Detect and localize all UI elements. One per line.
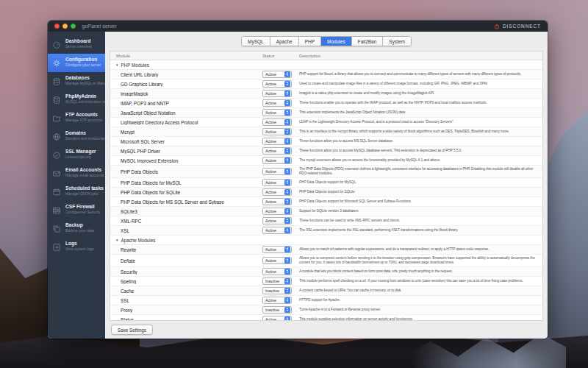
status-select[interactable]: Active▲▼ xyxy=(262,208,292,215)
zoom-window-button[interactable] xyxy=(71,24,76,29)
module-description: Allows you to match url patterns with re… xyxy=(296,247,542,252)
minimize-window-button[interactable] xyxy=(62,24,68,29)
calendar-icon xyxy=(52,185,62,201)
status-select[interactable]: Active▲▼ xyxy=(262,147,292,155)
tab-php[interactable]: PHP xyxy=(299,37,321,46)
sidebar-item-label: Logs xyxy=(65,241,94,247)
group-row-apache-modules[interactable]: ▼Apache Modules xyxy=(110,236,542,245)
module-name: Security xyxy=(110,269,262,275)
table-row: SQLite3Active▲▼Support for SQLite versio… xyxy=(110,207,542,216)
status-select[interactable]: Active▲▼ xyxy=(262,109,292,116)
status-select[interactable]: Active▲▼ xyxy=(262,138,292,145)
sidebar-item-databases[interactable]: DatabasesManage MySQL or MariaDB xyxy=(48,72,105,91)
sidebar-item-csf-firewall[interactable]: CSF FirewallConfigserver Security xyxy=(48,201,105,219)
group-row-php-modules[interactable]: ▼PHP Modules xyxy=(110,60,542,70)
module-description: These functions enable you to operate wi… xyxy=(296,100,542,106)
sidebar-item-label: SSL Manager xyxy=(65,149,96,155)
app-window: goPanel server DISCONNECT DashboardServe… xyxy=(48,21,548,339)
sidebar-item-ftp-accounts[interactable]: FTP AccountsManage FTP accounts xyxy=(48,109,105,127)
module-name: Rewrite xyxy=(110,247,262,252)
module-name: SQLite3 xyxy=(110,209,262,214)
status-select[interactable]: Active▲▼ xyxy=(262,198,292,205)
status-select[interactable]: Active▲▼ xyxy=(262,257,292,264)
tab-fail2ban[interactable]: Fail2Ban xyxy=(352,37,384,46)
table-row: Client URL LibraryActive▲▼PHP support fo… xyxy=(110,70,542,79)
table-row: SecurityActive▲▼A module that lets you b… xyxy=(110,267,542,277)
status-select[interactable]: Active▲▼ xyxy=(262,168,292,175)
disclosure-triangle-icon: ▼ xyxy=(115,238,118,242)
status-select[interactable]: Active▲▼ xyxy=(262,90,292,97)
sidebar-item-text: DashboardServer overview xyxy=(65,38,92,54)
table-row: DeflateActive▲▼Allows you to compress co… xyxy=(110,255,542,267)
group-label: Apache Modules xyxy=(121,238,155,243)
status-select[interactable]: Active▲▼ xyxy=(262,118,292,126)
status-select[interactable]: Active▲▼ xyxy=(262,80,292,88)
close-window-button[interactable] xyxy=(54,24,60,29)
table-row: JavaScript Object NotationActive▲▼This e… xyxy=(110,108,542,118)
status-value: Active xyxy=(265,298,276,302)
sidebar-item-backup[interactable]: BackupBackup your data xyxy=(48,219,105,238)
sidebar-item-dashboard[interactable]: DashboardServer overview xyxy=(48,35,105,54)
table-row: SpelingInactive▲▼This module performs sp… xyxy=(110,277,542,286)
module-description: These functions allow you to access MS S… xyxy=(296,138,542,144)
save-settings-button[interactable]: Save Settings xyxy=(111,325,153,335)
status-value: Active xyxy=(265,258,276,263)
status-select[interactable]: Inactive▲▼ xyxy=(262,287,292,294)
module-description: A content cache keyed to URIs. You can c… xyxy=(296,288,542,294)
status-value: Active xyxy=(265,190,276,194)
sidebar-item-label: Scheduled tasks xyxy=(65,185,102,191)
database-icon xyxy=(52,93,62,109)
status-select[interactable]: Active▲▼ xyxy=(262,179,292,186)
sidebar-item-label: Email Accounts xyxy=(65,167,102,173)
tab-modules[interactable]: Modules xyxy=(321,37,352,46)
status-select[interactable]: Active▲▼ xyxy=(262,297,292,304)
sidebar-item-logs[interactable]: LogsView system logs xyxy=(48,238,105,256)
table-row: PHP Data Objects for MySQLActive▲▼PHP Da… xyxy=(110,178,542,188)
status-select[interactable]: Active▲▼ xyxy=(262,217,292,224)
status-value: Active xyxy=(265,139,276,144)
folder-icon xyxy=(52,112,62,127)
globe-icon xyxy=(52,130,62,146)
sidebar-item-sublabel: Manage email accounts xyxy=(65,173,102,178)
disconnect-button[interactable]: DISCONNECT xyxy=(494,24,541,29)
select-stepper-icon: ▲▼ xyxy=(284,71,291,77)
backup-icon xyxy=(52,222,62,238)
tab-mysql[interactable]: MySQL xyxy=(242,37,270,46)
group-label: PHP Modules xyxy=(121,63,148,68)
select-stepper-icon: ▲▼ xyxy=(284,307,291,313)
module-name: XML-RPC xyxy=(110,219,262,224)
status-select[interactable]: Active▲▼ xyxy=(262,316,292,321)
select-stepper-icon: ▲▼ xyxy=(284,119,291,125)
status-select[interactable]: Active▲▼ xyxy=(262,99,292,107)
status-select[interactable]: Inactive▲▼ xyxy=(262,306,292,314)
module-description: The PHP Data Objects (PDO) extension def… xyxy=(296,166,542,177)
status-cell: Active▲▼ xyxy=(262,316,296,321)
status-select[interactable]: Active▲▼ xyxy=(262,128,292,135)
status-select[interactable]: Active▲▼ xyxy=(262,268,292,275)
status-value: Active xyxy=(265,91,276,96)
sidebar-item-text: PhpMyAdminMySQL administration tool xyxy=(65,93,102,109)
status-select[interactable]: Active▲▼ xyxy=(262,157,292,164)
tab-system[interactable]: System xyxy=(383,37,411,46)
sidebar-item-phpmyadmin[interactable]: PhpMyAdminMySQL administration tool xyxy=(48,91,105,109)
status-select[interactable]: Inactive▲▼ xyxy=(262,277,292,285)
module-description: LDAP is the Lightweight Directory Access… xyxy=(296,119,542,125)
module-name: PHP Data Objects for SQLite xyxy=(110,190,262,195)
sidebar-item-domains[interactable]: DomainsDomains and subdomains xyxy=(48,127,105,146)
table-row: ProxyInactive▲▼Turns Apache in to a Forw… xyxy=(110,305,542,315)
status-select[interactable]: Active▲▼ xyxy=(262,71,292,78)
sidebar-item-text: DatabasesManage MySQL or MariaDB xyxy=(65,75,102,91)
status-select[interactable]: Active▲▼ xyxy=(262,246,292,253)
module-name: Mcrypt xyxy=(110,130,262,135)
select-stepper-icon: ▲▼ xyxy=(284,158,291,163)
status-cell: Inactive▲▼ xyxy=(262,306,296,314)
sidebar-item-ssl-manager[interactable]: SSL ManagerLetsencrypt.org xyxy=(48,146,105,164)
status-select[interactable]: Active▲▼ xyxy=(262,188,292,196)
sidebar-item-email-accounts[interactable]: Email AccountsManage email accounts xyxy=(48,164,105,183)
status-select[interactable]: Active▲▼ xyxy=(262,227,292,234)
tab-apache[interactable]: Apache xyxy=(270,37,299,46)
sidebar-item-configuration[interactable]: ConfigurationConfigure your server xyxy=(48,54,105,72)
table-row: IMAP, POP3 and NNTPActive▲▼These functio… xyxy=(110,99,542,108)
module-name: ImageMagick xyxy=(110,91,262,96)
sidebar-item-scheduled-tasks[interactable]: Scheduled tasksManage CRON jobs xyxy=(48,183,105,201)
